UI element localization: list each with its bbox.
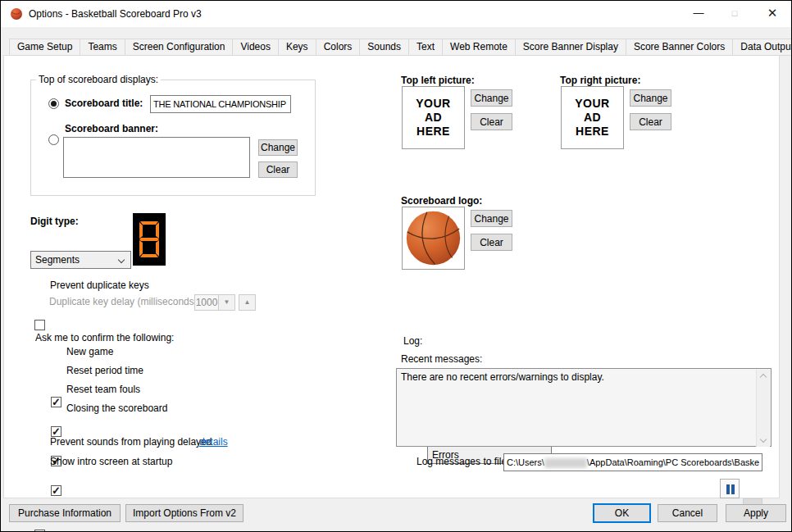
top-left-picture-preview: YOUR AD HERE: [402, 86, 465, 149]
prevent-sounds-label: Prevent sounds from playing delayed: [50, 436, 212, 448]
ad-line: AD: [425, 111, 442, 125]
log-file-path-input[interactable]: C:\Users\\AppData\Roaming\PC Scoreboards…: [503, 453, 762, 471]
log-label: Log:: [403, 335, 422, 347]
digit-type-value: Segments: [35, 254, 80, 266]
tab-score-banner-colors[interactable]: Score Banner Colors: [626, 39, 733, 56]
scoreboard-logo-preview: [402, 207, 465, 270]
basketball-logo-icon: [403, 208, 463, 268]
window-title: Options - Basketball Scoreboard Pro v3: [29, 1, 202, 27]
other-tab-page: Top of scoreboard displays: Scoreboard t…: [3, 55, 780, 498]
close-button[interactable]: ✕: [758, 1, 786, 27]
digit-preview: [133, 213, 166, 266]
scoreboard-logo-label: Scoreboard logo:: [401, 195, 482, 207]
recent-message-text: There are no recent errors/warnings to d…: [401, 371, 604, 383]
top-right-clear-button[interactable]: Clear: [630, 113, 671, 130]
scoreboard-banner-radio-label: Scoreboard banner:: [65, 123, 158, 134]
tab-text[interactable]: Text: [408, 39, 443, 56]
cancel-button[interactable]: Cancel: [658, 504, 717, 522]
scroll-up-icon[interactable]: [760, 374, 767, 380]
scoreboard-title-radio-label: Scoreboard title:: [65, 98, 143, 109]
seven-segment-eight-icon: [133, 213, 166, 266]
tab-colors[interactable]: Colors: [316, 39, 361, 56]
recent-messages-box: There are no recent errors/warnings to d…: [396, 368, 772, 447]
tab-sounds[interactable]: Sounds: [359, 39, 409, 56]
options-dialog-window: Options - Basketball Scoreboard Pro v3 ―…: [0, 0, 792, 532]
tab-teams[interactable]: Teams: [80, 39, 125, 56]
confirm-new-game-label: New game: [66, 346, 113, 357]
log-to-file-label: Log messages to file:: [416, 456, 509, 467]
tab-web-remote[interactable]: Web Remote: [442, 39, 516, 56]
tab-strip: Game Setup Teams Screen Configuration Vi…: [9, 36, 792, 56]
ok-button[interactable]: OK: [593, 503, 651, 523]
duplicate-key-delay-label: Duplicate key delay (milliseconds):: [49, 296, 200, 307]
pause-icon: [731, 484, 735, 494]
ad-line: YOUR: [575, 97, 609, 111]
confirm-new-game-checkbox[interactable]: [51, 397, 61, 407]
log-file-path-prefix: C:\Users\: [507, 457, 544, 467]
duplicate-key-delay-value: 1000: [194, 294, 219, 311]
confirm-reset-fouls-label: Reset team fouls: [66, 384, 140, 395]
pause-log-button[interactable]: [720, 479, 740, 498]
tab-keys[interactable]: Keys: [278, 39, 316, 56]
banner-preview-box: [63, 137, 250, 178]
ad-line: YOUR: [416, 97, 450, 111]
top-right-picture-label: Top right picture:: [560, 75, 640, 86]
redacted-username: [544, 458, 587, 468]
top-left-picture-label: Top left picture:: [401, 75, 475, 86]
confirm-reset-period-label: Reset period time: [66, 365, 143, 376]
pause-icon: [726, 484, 730, 494]
scoreboard-banner-radio[interactable]: [48, 134, 59, 145]
tab-screen-configuration[interactable]: Screen Configuration: [125, 39, 234, 56]
logo-change-button[interactable]: Change: [471, 210, 512, 227]
maximize-button: □: [721, 1, 749, 27]
ad-line: HERE: [576, 125, 609, 139]
banner-change-button[interactable]: Change: [258, 139, 298, 156]
confirmations-label: Ask me to confirm the following:: [35, 332, 174, 343]
minimize-button[interactable]: ―: [685, 1, 712, 27]
ad-line: AD: [584, 111, 601, 125]
banner-clear-button[interactable]: Clear: [258, 161, 298, 178]
purchase-information-button[interactable]: Purchase Information: [9, 504, 121, 522]
recent-messages-label: Recent messages:: [401, 353, 482, 365]
ad-line: HERE: [416, 125, 450, 139]
details-link[interactable]: details: [199, 436, 228, 448]
scoreboard-title-input[interactable]: THE NATIONAL CHAMPIONSHIP: [150, 95, 291, 113]
apply-button[interactable]: Apply: [726, 504, 786, 522]
basketball-app-icon: [10, 7, 23, 20]
groupbox-label: Top of scoreboard displays:: [36, 74, 161, 85]
confirm-closing-checkbox[interactable]: [51, 485, 61, 496]
tab-videos[interactable]: Videos: [232, 39, 278, 56]
digit-type-dropdown[interactable]: Segments: [30, 251, 131, 269]
prevent-duplicate-keys-label: Prevent duplicate keys: [50, 280, 149, 291]
top-right-picture-preview: YOUR AD HERE: [561, 86, 624, 149]
tab-game-setup[interactable]: Game Setup: [9, 39, 80, 56]
digit-type-label: Digit type:: [30, 216, 79, 227]
top-left-clear-button[interactable]: Clear: [471, 113, 512, 130]
top-right-change-button[interactable]: Change: [630, 89, 671, 107]
tab-score-banner-display[interactable]: Score Banner Display: [515, 39, 626, 56]
chevron-down-icon: [118, 257, 125, 263]
messages-scrollbar[interactable]: [756, 370, 770, 447]
tab-data-output[interactable]: Data Output: [732, 39, 792, 56]
scoreboard-title-radio[interactable]: [48, 98, 59, 109]
log-file-path-suffix: \AppData\Roaming\PC Scoreboards\Baske: [587, 457, 759, 467]
prevent-duplicate-keys-checkbox[interactable]: [34, 320, 45, 330]
top-left-change-button[interactable]: Change: [471, 89, 512, 107]
scroll-down-icon[interactable]: [760, 436, 767, 443]
logo-clear-button[interactable]: Clear: [471, 234, 512, 251]
spinner-up-icon: ▲: [239, 294, 256, 311]
import-options-v2-button[interactable]: Import Options From v2: [125, 504, 244, 522]
confirm-closing-label: Closing the scoreboard: [66, 402, 167, 414]
spinner-down-icon: ▼: [218, 294, 235, 311]
titlebar: Options - Basketball Scoreboard Pro v3 ―…: [1, 1, 791, 27]
show-intro-label: Show intro screen at startup: [50, 456, 172, 467]
